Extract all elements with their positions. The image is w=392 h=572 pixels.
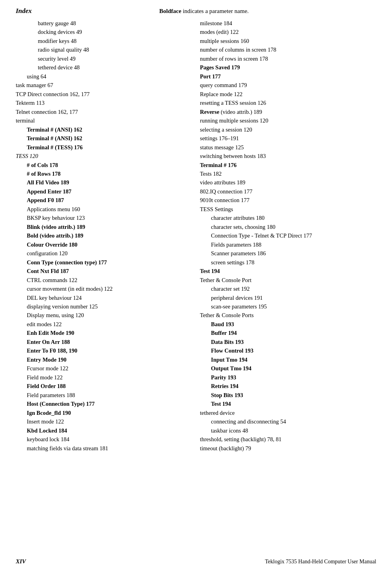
index-entry: CTRL commands 122 — [16, 276, 192, 284]
right-column: milestone 184modes (edit) 122multiple se… — [196, 19, 377, 453]
index-entry: edit modes 122 — [16, 320, 192, 329]
index-entry: All Fld Video 189 — [16, 178, 192, 187]
index-title: Index — [16, 7, 32, 15]
index-entry: Insert mode 122 — [16, 417, 192, 426]
index-entry: screen settings 178 — [200, 258, 377, 267]
index-entry: Buffer 194 — [200, 329, 377, 337]
index-entry: Test 194 — [200, 267, 377, 275]
index-entry: modifier keys 48 — [16, 37, 192, 45]
index-entry: Fields parameters 188 — [200, 240, 377, 249]
index-entry: tethered device — [200, 409, 377, 417]
index-entry: battery gauge 48 — [16, 19, 192, 28]
page-number: XIV — [16, 558, 26, 565]
index-entry: Terminal # (ANSI) 162 — [16, 134, 192, 143]
index-entry: modes (edit) 122 — [200, 28, 377, 36]
index-entry: # of Cols 178 — [16, 161, 192, 169]
index-entry: Append F0 187 — [16, 196, 192, 204]
index-entry: matching fields via data stream 181 — [16, 444, 192, 453]
index-entry: 9010t connection 177 — [200, 196, 377, 204]
index-entry: Flow Control 193 — [200, 346, 377, 355]
main-content: battery gauge 48docking devices 49modifi… — [0, 15, 392, 476]
index-entry: Field parameters 188 — [16, 391, 192, 399]
index-entry: Fcursor mode 122 — [16, 364, 192, 373]
index-entry: Applications menu 160 — [16, 205, 192, 214]
index-entry: taskbar icons 48 — [200, 426, 377, 435]
index-entry: Enh Edit Mode 190 — [16, 329, 192, 337]
index-entry: Display menu, using 120 — [16, 311, 192, 319]
index-entry: Terminal # (TESS) 176 — [16, 143, 192, 152]
index-entry: 802.IQ connection 177 — [200, 187, 377, 196]
index-entry: Host (Connection Type) 177 — [16, 399, 192, 408]
index-entry: Retries 194 — [200, 382, 377, 390]
index-entry: Blink (video attrib.) 189 — [16, 223, 192, 231]
index-entry: character set 192 — [200, 284, 377, 293]
index-entry: Cont Nxt Fld 187 — [16, 267, 192, 275]
index-entry: displaying version number 125 — [16, 302, 192, 311]
index-entry: radio signal quality 48 — [16, 45, 192, 54]
index-entry: Bold (video attrib.) 189 — [16, 231, 192, 240]
index-entry: character attributes 180 — [200, 214, 377, 222]
index-entry: Telnet connection 162, 177 — [16, 108, 192, 116]
index-entry: Entry Mode 190 — [16, 355, 192, 364]
index-entry: number of columns in screen 178 — [200, 45, 377, 54]
header-description: indicates a parameter name. — [181, 8, 249, 14]
index-entry: Colour Override 180 — [16, 240, 192, 249]
index-entry: Conn Type (connection type) 177 — [16, 258, 192, 267]
index-entry: Baud 193 — [200, 320, 377, 329]
index-entry: peripheral devices 191 — [200, 293, 377, 302]
index-entry: number of rows in screen 178 — [200, 54, 377, 63]
index-entry: Pages Saved 179 — [200, 63, 377, 72]
index-entry: Parity 193 — [200, 373, 377, 382]
index-entry: Connection Type - Telnet & TCP Direct 17… — [200, 231, 377, 240]
page-footer: XIV Teklogix 7535 Hand-Held Computer Use… — [0, 558, 392, 565]
index-entry: # of Rows 178 — [16, 169, 192, 178]
index-entry: Reverse (video attrib.) 189 — [200, 108, 377, 116]
index-entry: scan-see parameters 195 — [200, 302, 377, 311]
index-entry: Kbd Locked 184 — [16, 426, 192, 435]
index-entry: resetting a TESS session 126 — [200, 98, 377, 107]
boldface-label: Boldface — [159, 8, 181, 14]
index-entry: multiple sessions 160 — [200, 37, 377, 45]
index-entry: Tests 182 — [200, 169, 377, 178]
index-entry: Field mode 122 — [16, 373, 192, 382]
left-column: battery gauge 48docking devices 49modifi… — [16, 19, 196, 453]
index-entry: video attributes 189 — [200, 178, 377, 187]
index-entry: threshold, setting (backlight) 78, 81 — [200, 435, 377, 444]
index-entry: character sets, choosing 180 — [200, 223, 377, 231]
index-entry: Enter To F0 188, 190 — [16, 346, 192, 355]
page-header: Index Boldface indicates a parameter nam… — [0, 0, 392, 15]
index-entry: switching between hosts 183 — [200, 152, 377, 160]
index-entry: cursor movement (in edit modes) 122 — [16, 284, 192, 293]
index-entry: Data Bits 193 — [200, 338, 377, 346]
index-entry: Field Order 188 — [16, 382, 192, 390]
index-entry: using 64 — [16, 72, 192, 81]
index-entry: DEL key behaviour 124 — [16, 293, 192, 302]
index-entry: keyboard lock 184 — [16, 435, 192, 444]
index-entry: Terminal # (ANSI) 162 — [16, 125, 192, 134]
index-entry: BKSP key behaviour 123 — [16, 214, 192, 222]
index-entry: running multiple sessions 120 — [200, 116, 377, 125]
book-title: Teklogix 7535 Hand-Held Computer User Ma… — [265, 559, 376, 565]
index-entry: Scanner parameters 186 — [200, 249, 377, 258]
index-entry: Tether & Console Port — [200, 276, 377, 284]
index-entry: tethered device 48 — [16, 63, 192, 72]
index-entry: Test 194 — [200, 399, 377, 408]
index-entry: query command 179 — [200, 81, 377, 89]
index-entry: configuration 120 — [16, 249, 192, 258]
index-entry: Append Enter 187 — [16, 187, 192, 196]
index-entry: Terminal # 176 — [200, 161, 377, 169]
index-entry: timeout (backlight) 79 — [200, 444, 377, 453]
index-entry: Enter On Arr 188 — [16, 338, 192, 346]
index-entry: Port 177 — [200, 72, 377, 81]
index-entry: docking devices 49 — [16, 28, 192, 36]
index-entry: TCP Direct connection 162, 177 — [16, 90, 192, 98]
index-entry: Ign Bcode_fld 190 — [16, 409, 192, 417]
index-entry: status message 125 — [200, 143, 377, 152]
index-entry: security level 49 — [16, 54, 192, 63]
index-entry: Tether & Console Ports — [200, 311, 377, 319]
index-entry: connecting and disconnecting 54 — [200, 417, 377, 426]
header-center: Boldface indicates a parameter name. — [32, 7, 376, 15]
index-entry: task manager 67 — [16, 81, 192, 89]
index-entry: milestone 184 — [200, 19, 377, 28]
index-entry: Stop Bits 193 — [200, 391, 377, 399]
